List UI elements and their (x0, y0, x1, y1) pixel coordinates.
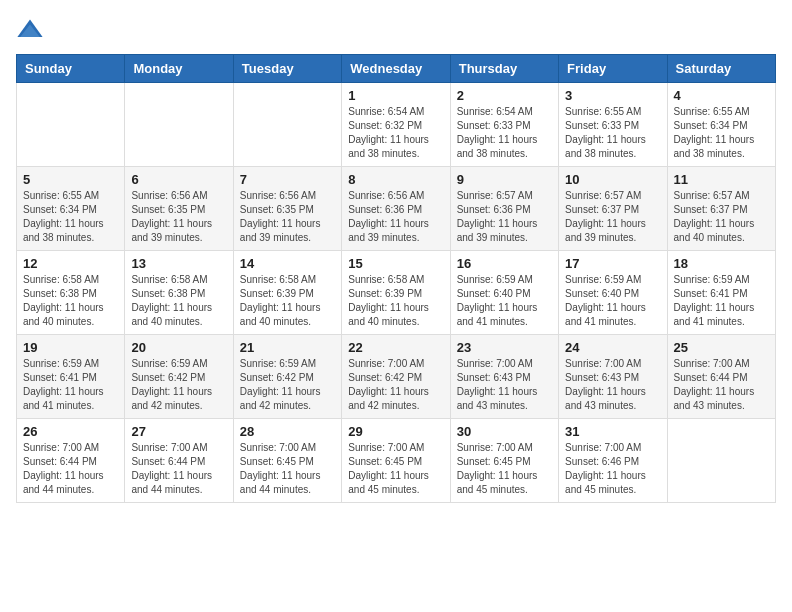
calendar-cell: 13Sunrise: 6:58 AM Sunset: 6:38 PM Dayli… (125, 251, 233, 335)
calendar-cell: 29Sunrise: 7:00 AM Sunset: 6:45 PM Dayli… (342, 419, 450, 503)
calendar-cell: 7Sunrise: 6:56 AM Sunset: 6:35 PM Daylig… (233, 167, 341, 251)
logo (16, 16, 48, 44)
calendar-cell: 19Sunrise: 6:59 AM Sunset: 6:41 PM Dayli… (17, 335, 125, 419)
day-number: 19 (23, 340, 118, 355)
calendar-cell: 22Sunrise: 7:00 AM Sunset: 6:42 PM Dayli… (342, 335, 450, 419)
day-number: 4 (674, 88, 769, 103)
calendar-cell (233, 83, 341, 167)
calendar-week-row: 12Sunrise: 6:58 AM Sunset: 6:38 PM Dayli… (17, 251, 776, 335)
day-of-week-header: Friday (559, 55, 667, 83)
day-info: Sunrise: 6:59 AM Sunset: 6:41 PM Dayligh… (23, 357, 118, 413)
calendar-body: 1Sunrise: 6:54 AM Sunset: 6:32 PM Daylig… (17, 83, 776, 503)
calendar-cell: 16Sunrise: 6:59 AM Sunset: 6:40 PM Dayli… (450, 251, 558, 335)
calendar-cell: 11Sunrise: 6:57 AM Sunset: 6:37 PM Dayli… (667, 167, 775, 251)
logo-icon (16, 16, 44, 44)
day-number: 21 (240, 340, 335, 355)
day-of-week-header: Thursday (450, 55, 558, 83)
day-number: 22 (348, 340, 443, 355)
day-number: 16 (457, 256, 552, 271)
calendar-cell: 23Sunrise: 7:00 AM Sunset: 6:43 PM Dayli… (450, 335, 558, 419)
day-number: 3 (565, 88, 660, 103)
day-info: Sunrise: 7:00 AM Sunset: 6:45 PM Dayligh… (457, 441, 552, 497)
calendar-header: SundayMondayTuesdayWednesdayThursdayFrid… (17, 55, 776, 83)
calendar-cell: 21Sunrise: 6:59 AM Sunset: 6:42 PM Dayli… (233, 335, 341, 419)
day-number: 25 (674, 340, 769, 355)
calendar-cell: 17Sunrise: 6:59 AM Sunset: 6:40 PM Dayli… (559, 251, 667, 335)
calendar-cell: 15Sunrise: 6:58 AM Sunset: 6:39 PM Dayli… (342, 251, 450, 335)
day-number: 10 (565, 172, 660, 187)
day-number: 18 (674, 256, 769, 271)
day-of-week-header: Wednesday (342, 55, 450, 83)
day-number: 8 (348, 172, 443, 187)
day-info: Sunrise: 6:56 AM Sunset: 6:35 PM Dayligh… (240, 189, 335, 245)
day-number: 23 (457, 340, 552, 355)
day-number: 27 (131, 424, 226, 439)
calendar-cell: 1Sunrise: 6:54 AM Sunset: 6:32 PM Daylig… (342, 83, 450, 167)
day-info: Sunrise: 7:00 AM Sunset: 6:42 PM Dayligh… (348, 357, 443, 413)
calendar-cell: 10Sunrise: 6:57 AM Sunset: 6:37 PM Dayli… (559, 167, 667, 251)
day-number: 11 (674, 172, 769, 187)
day-of-week-header: Tuesday (233, 55, 341, 83)
day-number: 12 (23, 256, 118, 271)
day-number: 7 (240, 172, 335, 187)
day-info: Sunrise: 6:59 AM Sunset: 6:42 PM Dayligh… (131, 357, 226, 413)
day-number: 28 (240, 424, 335, 439)
calendar-cell: 9Sunrise: 6:57 AM Sunset: 6:36 PM Daylig… (450, 167, 558, 251)
day-number: 20 (131, 340, 226, 355)
day-info: Sunrise: 7:00 AM Sunset: 6:43 PM Dayligh… (565, 357, 660, 413)
day-info: Sunrise: 6:59 AM Sunset: 6:40 PM Dayligh… (457, 273, 552, 329)
day-info: Sunrise: 6:59 AM Sunset: 6:42 PM Dayligh… (240, 357, 335, 413)
day-of-week-header: Monday (125, 55, 233, 83)
day-number: 29 (348, 424, 443, 439)
day-info: Sunrise: 6:59 AM Sunset: 6:40 PM Dayligh… (565, 273, 660, 329)
day-of-week-header: Sunday (17, 55, 125, 83)
page-header (16, 16, 776, 44)
day-info: Sunrise: 6:55 AM Sunset: 6:34 PM Dayligh… (674, 105, 769, 161)
day-info: Sunrise: 7:00 AM Sunset: 6:45 PM Dayligh… (240, 441, 335, 497)
day-number: 30 (457, 424, 552, 439)
calendar-table: SundayMondayTuesdayWednesdayThursdayFrid… (16, 54, 776, 503)
day-number: 6 (131, 172, 226, 187)
calendar-cell: 6Sunrise: 6:56 AM Sunset: 6:35 PM Daylig… (125, 167, 233, 251)
day-number: 13 (131, 256, 226, 271)
calendar-cell (667, 419, 775, 503)
calendar-cell: 20Sunrise: 6:59 AM Sunset: 6:42 PM Dayli… (125, 335, 233, 419)
day-info: Sunrise: 6:56 AM Sunset: 6:36 PM Dayligh… (348, 189, 443, 245)
calendar-cell: 8Sunrise: 6:56 AM Sunset: 6:36 PM Daylig… (342, 167, 450, 251)
day-number: 15 (348, 256, 443, 271)
calendar-cell: 30Sunrise: 7:00 AM Sunset: 6:45 PM Dayli… (450, 419, 558, 503)
day-info: Sunrise: 6:58 AM Sunset: 6:38 PM Dayligh… (23, 273, 118, 329)
day-info: Sunrise: 6:54 AM Sunset: 6:32 PM Dayligh… (348, 105, 443, 161)
calendar-cell (17, 83, 125, 167)
day-number: 31 (565, 424, 660, 439)
day-info: Sunrise: 6:54 AM Sunset: 6:33 PM Dayligh… (457, 105, 552, 161)
day-number: 17 (565, 256, 660, 271)
day-info: Sunrise: 7:00 AM Sunset: 6:45 PM Dayligh… (348, 441, 443, 497)
day-number: 26 (23, 424, 118, 439)
day-info: Sunrise: 7:00 AM Sunset: 6:46 PM Dayligh… (565, 441, 660, 497)
day-info: Sunrise: 6:55 AM Sunset: 6:33 PM Dayligh… (565, 105, 660, 161)
calendar-week-row: 26Sunrise: 7:00 AM Sunset: 6:44 PM Dayli… (17, 419, 776, 503)
calendar-cell: 4Sunrise: 6:55 AM Sunset: 6:34 PM Daylig… (667, 83, 775, 167)
calendar-week-row: 1Sunrise: 6:54 AM Sunset: 6:32 PM Daylig… (17, 83, 776, 167)
day-info: Sunrise: 6:57 AM Sunset: 6:37 PM Dayligh… (674, 189, 769, 245)
day-info: Sunrise: 6:59 AM Sunset: 6:41 PM Dayligh… (674, 273, 769, 329)
day-info: Sunrise: 7:00 AM Sunset: 6:43 PM Dayligh… (457, 357, 552, 413)
day-info: Sunrise: 6:58 AM Sunset: 6:38 PM Dayligh… (131, 273, 226, 329)
calendar-cell: 26Sunrise: 7:00 AM Sunset: 6:44 PM Dayli… (17, 419, 125, 503)
days-of-week-row: SundayMondayTuesdayWednesdayThursdayFrid… (17, 55, 776, 83)
calendar-week-row: 19Sunrise: 6:59 AM Sunset: 6:41 PM Dayli… (17, 335, 776, 419)
day-number: 2 (457, 88, 552, 103)
day-info: Sunrise: 6:55 AM Sunset: 6:34 PM Dayligh… (23, 189, 118, 245)
calendar-cell: 18Sunrise: 6:59 AM Sunset: 6:41 PM Dayli… (667, 251, 775, 335)
day-info: Sunrise: 6:57 AM Sunset: 6:36 PM Dayligh… (457, 189, 552, 245)
day-info: Sunrise: 7:00 AM Sunset: 6:44 PM Dayligh… (23, 441, 118, 497)
calendar-cell: 25Sunrise: 7:00 AM Sunset: 6:44 PM Dayli… (667, 335, 775, 419)
day-info: Sunrise: 7:00 AM Sunset: 6:44 PM Dayligh… (674, 357, 769, 413)
calendar-cell: 2Sunrise: 6:54 AM Sunset: 6:33 PM Daylig… (450, 83, 558, 167)
calendar-cell: 5Sunrise: 6:55 AM Sunset: 6:34 PM Daylig… (17, 167, 125, 251)
day-number: 9 (457, 172, 552, 187)
calendar-cell: 31Sunrise: 7:00 AM Sunset: 6:46 PM Dayli… (559, 419, 667, 503)
day-number: 24 (565, 340, 660, 355)
calendar-week-row: 5Sunrise: 6:55 AM Sunset: 6:34 PM Daylig… (17, 167, 776, 251)
